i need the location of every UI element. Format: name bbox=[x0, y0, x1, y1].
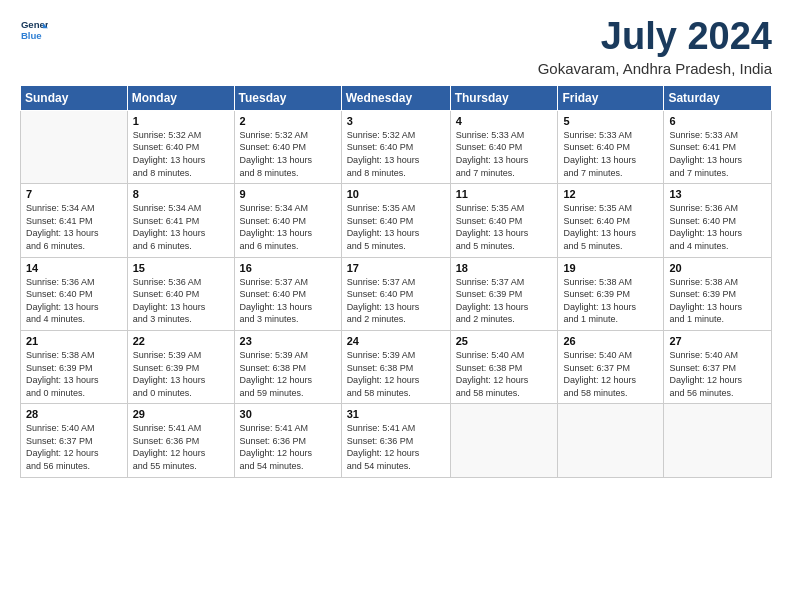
day-number: 9 bbox=[240, 188, 336, 200]
day-info: Sunrise: 5:34 AM Sunset: 6:41 PM Dayligh… bbox=[133, 202, 229, 252]
day-number: 6 bbox=[669, 115, 766, 127]
day-number: 17 bbox=[347, 262, 445, 274]
table-row: 25Sunrise: 5:40 AM Sunset: 6:38 PM Dayli… bbox=[450, 330, 558, 403]
day-number: 10 bbox=[347, 188, 445, 200]
day-number: 20 bbox=[669, 262, 766, 274]
col-tuesday: Tuesday bbox=[234, 85, 341, 110]
calendar-table: Sunday Monday Tuesday Wednesday Thursday… bbox=[20, 85, 772, 478]
day-info: Sunrise: 5:36 AM Sunset: 6:40 PM Dayligh… bbox=[669, 202, 766, 252]
title-block: July 2024 Gokavaram, Andhra Pradesh, Ind… bbox=[538, 16, 772, 77]
day-number: 12 bbox=[563, 188, 658, 200]
svg-text:Blue: Blue bbox=[21, 30, 42, 41]
day-info: Sunrise: 5:32 AM Sunset: 6:40 PM Dayligh… bbox=[347, 129, 445, 179]
table-row: 13Sunrise: 5:36 AM Sunset: 6:40 PM Dayli… bbox=[664, 184, 772, 257]
table-row: 23Sunrise: 5:39 AM Sunset: 6:38 PM Dayli… bbox=[234, 330, 341, 403]
table-row: 16Sunrise: 5:37 AM Sunset: 6:40 PM Dayli… bbox=[234, 257, 341, 330]
day-number: 30 bbox=[240, 408, 336, 420]
day-info: Sunrise: 5:37 AM Sunset: 6:39 PM Dayligh… bbox=[456, 276, 553, 326]
table-row: 9Sunrise: 5:34 AM Sunset: 6:40 PM Daylig… bbox=[234, 184, 341, 257]
table-row: 6Sunrise: 5:33 AM Sunset: 6:41 PM Daylig… bbox=[664, 110, 772, 183]
day-number: 8 bbox=[133, 188, 229, 200]
day-info: Sunrise: 5:39 AM Sunset: 6:38 PM Dayligh… bbox=[240, 349, 336, 399]
day-info: Sunrise: 5:34 AM Sunset: 6:40 PM Dayligh… bbox=[240, 202, 336, 252]
day-info: Sunrise: 5:38 AM Sunset: 6:39 PM Dayligh… bbox=[669, 276, 766, 326]
day-info: Sunrise: 5:40 AM Sunset: 6:37 PM Dayligh… bbox=[26, 422, 122, 472]
day-info: Sunrise: 5:36 AM Sunset: 6:40 PM Dayligh… bbox=[26, 276, 122, 326]
table-row: 7Sunrise: 5:34 AM Sunset: 6:41 PM Daylig… bbox=[21, 184, 128, 257]
day-number: 1 bbox=[133, 115, 229, 127]
day-info: Sunrise: 5:37 AM Sunset: 6:40 PM Dayligh… bbox=[240, 276, 336, 326]
day-number: 13 bbox=[669, 188, 766, 200]
day-info: Sunrise: 5:35 AM Sunset: 6:40 PM Dayligh… bbox=[347, 202, 445, 252]
day-number: 29 bbox=[133, 408, 229, 420]
table-row: 19Sunrise: 5:38 AM Sunset: 6:39 PM Dayli… bbox=[558, 257, 664, 330]
day-info: Sunrise: 5:32 AM Sunset: 6:40 PM Dayligh… bbox=[133, 129, 229, 179]
table-row: 28Sunrise: 5:40 AM Sunset: 6:37 PM Dayli… bbox=[21, 404, 128, 477]
day-number: 25 bbox=[456, 335, 553, 347]
day-info: Sunrise: 5:33 AM Sunset: 6:40 PM Dayligh… bbox=[563, 129, 658, 179]
page: General Blue July 2024 Gokavaram, Andhra… bbox=[0, 0, 792, 488]
table-row: 10Sunrise: 5:35 AM Sunset: 6:40 PM Dayli… bbox=[341, 184, 450, 257]
location: Gokavaram, Andhra Pradesh, India bbox=[538, 60, 772, 77]
day-info: Sunrise: 5:40 AM Sunset: 6:38 PM Dayligh… bbox=[456, 349, 553, 399]
day-info: Sunrise: 5:40 AM Sunset: 6:37 PM Dayligh… bbox=[669, 349, 766, 399]
table-row bbox=[450, 404, 558, 477]
day-info: Sunrise: 5:34 AM Sunset: 6:41 PM Dayligh… bbox=[26, 202, 122, 252]
col-sunday: Sunday bbox=[21, 85, 128, 110]
day-info: Sunrise: 5:41 AM Sunset: 6:36 PM Dayligh… bbox=[240, 422, 336, 472]
table-row: 17Sunrise: 5:37 AM Sunset: 6:40 PM Dayli… bbox=[341, 257, 450, 330]
day-number: 4 bbox=[456, 115, 553, 127]
day-info: Sunrise: 5:37 AM Sunset: 6:40 PM Dayligh… bbox=[347, 276, 445, 326]
table-row: 3Sunrise: 5:32 AM Sunset: 6:40 PM Daylig… bbox=[341, 110, 450, 183]
table-row: 26Sunrise: 5:40 AM Sunset: 6:37 PM Dayli… bbox=[558, 330, 664, 403]
col-thursday: Thursday bbox=[450, 85, 558, 110]
day-number: 11 bbox=[456, 188, 553, 200]
table-row: 31Sunrise: 5:41 AM Sunset: 6:36 PM Dayli… bbox=[341, 404, 450, 477]
day-number: 26 bbox=[563, 335, 658, 347]
day-number: 2 bbox=[240, 115, 336, 127]
day-info: Sunrise: 5:41 AM Sunset: 6:36 PM Dayligh… bbox=[347, 422, 445, 472]
table-row: 18Sunrise: 5:37 AM Sunset: 6:39 PM Dayli… bbox=[450, 257, 558, 330]
day-number: 23 bbox=[240, 335, 336, 347]
logo: General Blue bbox=[20, 16, 48, 44]
day-info: Sunrise: 5:39 AM Sunset: 6:39 PM Dayligh… bbox=[133, 349, 229, 399]
month-title: July 2024 bbox=[538, 16, 772, 58]
day-number: 31 bbox=[347, 408, 445, 420]
day-info: Sunrise: 5:33 AM Sunset: 6:41 PM Dayligh… bbox=[669, 129, 766, 179]
table-row: 12Sunrise: 5:35 AM Sunset: 6:40 PM Dayli… bbox=[558, 184, 664, 257]
day-number: 5 bbox=[563, 115, 658, 127]
col-monday: Monday bbox=[127, 85, 234, 110]
table-row bbox=[558, 404, 664, 477]
day-info: Sunrise: 5:38 AM Sunset: 6:39 PM Dayligh… bbox=[26, 349, 122, 399]
day-number: 28 bbox=[26, 408, 122, 420]
col-friday: Friday bbox=[558, 85, 664, 110]
table-row: 5Sunrise: 5:33 AM Sunset: 6:40 PM Daylig… bbox=[558, 110, 664, 183]
day-number: 14 bbox=[26, 262, 122, 274]
table-row: 30Sunrise: 5:41 AM Sunset: 6:36 PM Dayli… bbox=[234, 404, 341, 477]
day-number: 18 bbox=[456, 262, 553, 274]
col-wednesday: Wednesday bbox=[341, 85, 450, 110]
header: General Blue July 2024 Gokavaram, Andhra… bbox=[20, 16, 772, 77]
calendar-header-row: Sunday Monday Tuesday Wednesday Thursday… bbox=[21, 85, 772, 110]
day-info: Sunrise: 5:35 AM Sunset: 6:40 PM Dayligh… bbox=[456, 202, 553, 252]
day-number: 16 bbox=[240, 262, 336, 274]
day-info: Sunrise: 5:32 AM Sunset: 6:40 PM Dayligh… bbox=[240, 129, 336, 179]
day-number: 24 bbox=[347, 335, 445, 347]
day-info: Sunrise: 5:40 AM Sunset: 6:37 PM Dayligh… bbox=[563, 349, 658, 399]
day-number: 3 bbox=[347, 115, 445, 127]
col-saturday: Saturday bbox=[664, 85, 772, 110]
day-info: Sunrise: 5:38 AM Sunset: 6:39 PM Dayligh… bbox=[563, 276, 658, 326]
table-row: 22Sunrise: 5:39 AM Sunset: 6:39 PM Dayli… bbox=[127, 330, 234, 403]
logo-icon: General Blue bbox=[20, 16, 48, 44]
day-info: Sunrise: 5:39 AM Sunset: 6:38 PM Dayligh… bbox=[347, 349, 445, 399]
table-row: 1Sunrise: 5:32 AM Sunset: 6:40 PM Daylig… bbox=[127, 110, 234, 183]
day-info: Sunrise: 5:35 AM Sunset: 6:40 PM Dayligh… bbox=[563, 202, 658, 252]
table-row: 14Sunrise: 5:36 AM Sunset: 6:40 PM Dayli… bbox=[21, 257, 128, 330]
day-info: Sunrise: 5:36 AM Sunset: 6:40 PM Dayligh… bbox=[133, 276, 229, 326]
day-number: 7 bbox=[26, 188, 122, 200]
day-number: 27 bbox=[669, 335, 766, 347]
table-row: 4Sunrise: 5:33 AM Sunset: 6:40 PM Daylig… bbox=[450, 110, 558, 183]
day-number: 19 bbox=[563, 262, 658, 274]
table-row bbox=[21, 110, 128, 183]
day-info: Sunrise: 5:41 AM Sunset: 6:36 PM Dayligh… bbox=[133, 422, 229, 472]
